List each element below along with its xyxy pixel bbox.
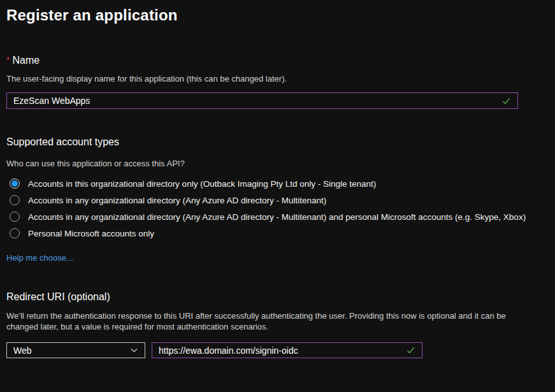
page-title: Register an application bbox=[6, 5, 549, 25]
redirect-uri-heading: Redirect URI (optional) bbox=[6, 290, 549, 304]
platform-select-value: Web bbox=[13, 345, 32, 356]
name-input[interactable]: EzeScan WebApps bbox=[6, 92, 518, 109]
radio-button[interactable] bbox=[10, 178, 20, 189]
redirect-uri-controls: Web https://ewa.domain.com/signin-oidc bbox=[6, 342, 549, 358]
name-label: Name bbox=[12, 55, 40, 66]
validation-check-icon bbox=[406, 345, 415, 355]
redirect-uri-section: Redirect URI (optional) We’ll return the… bbox=[6, 290, 549, 358]
radio-option-personal-only[interactable]: Personal Microsoft accounts only bbox=[6, 225, 549, 242]
radio-button[interactable] bbox=[10, 212, 20, 222]
radio-option-multitenant[interactable]: Accounts in any organizational directory… bbox=[6, 192, 549, 208]
redirect-uri-input[interactable]: https://ewa.domain.com/signin-oidc bbox=[152, 342, 422, 358]
validation-check-icon bbox=[501, 96, 511, 106]
radio-option-label: Accounts in this organizational director… bbox=[28, 179, 376, 189]
radio-option-single-tenant[interactable]: Accounts in this organizational director… bbox=[6, 175, 549, 192]
account-types-question: Who can use this application or access t… bbox=[6, 158, 549, 169]
radio-button[interactable] bbox=[10, 228, 20, 238]
name-input-value: EzeScan WebApps bbox=[13, 96, 90, 106]
name-section: *Name The user-facing display name for t… bbox=[6, 54, 549, 109]
register-application-page: Register an application *Name The user-f… bbox=[0, 0, 555, 392]
required-asterisk: * bbox=[6, 55, 10, 65]
chevron-down-icon bbox=[130, 346, 138, 354]
redirect-uri-description: We’ll return the authentication response… bbox=[6, 311, 515, 332]
account-type-radio-group: Accounts in this organizational director… bbox=[6, 175, 549, 242]
help-me-choose-link[interactable]: Help me choose... bbox=[6, 252, 73, 263]
radio-option-label: Accounts in any organizational directory… bbox=[28, 212, 526, 222]
radio-option-label: Personal Microsoft accounts only bbox=[28, 229, 154, 238]
supported-account-types-heading: Supported account types bbox=[6, 135, 549, 149]
name-description: The user-facing display name for this ap… bbox=[6, 73, 549, 84]
radio-option-label: Accounts in any organizational directory… bbox=[28, 196, 326, 205]
radio-button[interactable] bbox=[10, 195, 20, 205]
name-field-label: *Name bbox=[6, 54, 549, 67]
redirect-uri-input-value: https://ewa.domain.com/signin-oidc bbox=[159, 345, 298, 356]
platform-select[interactable]: Web bbox=[6, 342, 145, 358]
radio-option-multitenant-personal[interactable]: Accounts in any organizational directory… bbox=[6, 208, 549, 225]
supported-account-types-section: Supported account types Who can use this… bbox=[6, 135, 549, 263]
